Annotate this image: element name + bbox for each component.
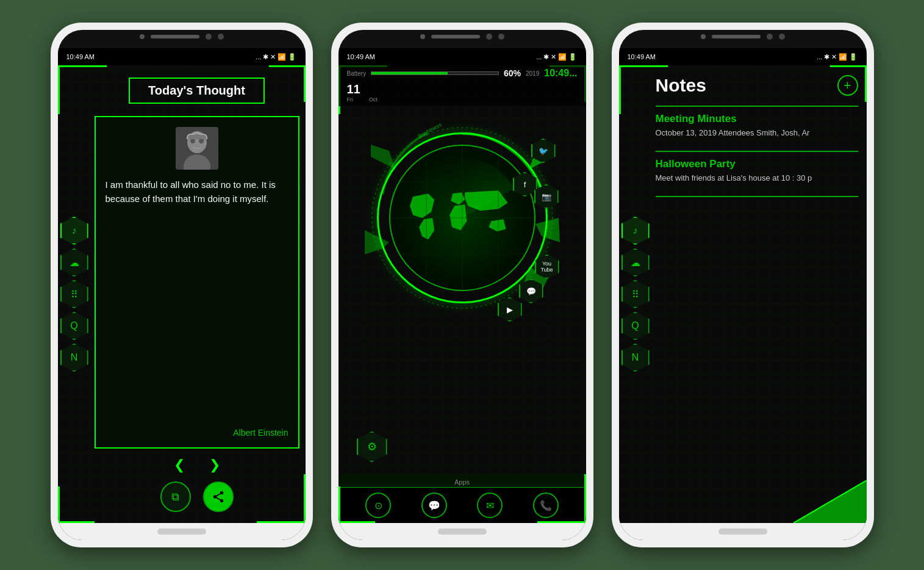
camera-2	[206, 34, 212, 40]
corner-tl-1	[58, 65, 107, 114]
speaker-strip-2	[431, 35, 480, 38]
deco-svg	[793, 480, 867, 523]
corner-bl-1	[58, 486, 95, 523]
weather-icon-3[interactable]: ☁	[621, 248, 650, 276]
battery-label: Battery	[347, 70, 367, 77]
einstein-photo	[176, 127, 218, 170]
messages-nav-icon[interactable]: 💬	[421, 492, 447, 518]
status-bar-1: 10:49 AM ... ✱ ✕ 📶 🔋	[58, 48, 306, 65]
camera-2c	[767, 34, 773, 40]
music-icon-3[interactable]: ♪	[621, 217, 650, 245]
status-time-1: 10:49 AM	[66, 53, 95, 60]
next-arrow[interactable]: ❯	[209, 457, 220, 473]
speaker-strip-3	[712, 35, 761, 38]
status-icons-2: ... ✱ ✕ 📶 🔋	[536, 53, 577, 61]
thought-card: I am thankful to all who said no to me. …	[95, 116, 299, 449]
share-icon	[212, 490, 225, 503]
speaker-strip	[151, 35, 199, 38]
q-icon-1[interactable]: Q	[60, 312, 88, 340]
q-icon-3[interactable]: Q	[621, 312, 650, 340]
status-icons-3: ... ✱ ✕ 📶 🔋	[817, 53, 858, 61]
svg-point-7	[220, 499, 223, 503]
camera-3c	[779, 34, 785, 40]
p3-main-content: Notes + Meeting Minutes October 13, 2019…	[619, 65, 867, 523]
email-nav-icon[interactable]: ✉	[477, 492, 503, 518]
copy-button[interactable]: ⧉	[160, 482, 191, 512]
music-icon-1[interactable]: ♪	[60, 217, 88, 245]
day-name: Fri	[347, 96, 360, 103]
side-icons-3: ♪ ☁ ⠿ Q N	[621, 217, 650, 372]
battery-bar-inner	[371, 72, 448, 74]
corner-tr-3	[830, 65, 867, 102]
camera-2b	[486, 34, 492, 40]
status-bar-3: 10:49 AM ... ✱ ✕ 📶 🔋	[619, 48, 867, 65]
corner-br-1	[257, 474, 306, 523]
status-icons-1: ... ✱ ✕ 📶 🔋	[256, 53, 296, 61]
p1-main-content: Today's Thought	[58, 65, 306, 523]
camera-3b	[498, 34, 504, 40]
phone-3: 10:49 AM ... ✱ ✕ 📶 🔋 ♪ ☁ ⠿ Q	[612, 23, 874, 547]
einstein-svg	[176, 127, 218, 170]
prev-arrow[interactable]: ❮	[174, 457, 185, 473]
settings-icon: ⚙	[367, 440, 377, 453]
separator-1	[656, 106, 858, 107]
thought-title: Today's Thought	[148, 84, 245, 98]
notes-header: Notes +	[656, 75, 858, 96]
thought-quote: I am thankful to all who said no to me. …	[106, 178, 288, 206]
battery-percent: 60%	[504, 68, 521, 78]
separator-2	[656, 151, 858, 152]
screen-2: Battery 60% 2019 10:49... 11 Fri Oct	[338, 65, 586, 523]
camera-dot	[140, 34, 145, 39]
share-button[interactable]	[203, 482, 234, 512]
svg-line-9	[216, 494, 220, 496]
svg-point-5	[220, 491, 223, 495]
weather-icon-1[interactable]: ☁	[60, 248, 88, 276]
camera-3	[218, 34, 224, 40]
n-icon-1[interactable]: N	[60, 344, 88, 372]
separator-3	[656, 196, 858, 197]
month-label: Oct	[369, 96, 378, 103]
svg-line-8	[216, 497, 220, 500]
n-icon-3[interactable]: N	[621, 344, 650, 372]
bottom-action-icons: ⧉	[160, 482, 234, 512]
side-icons-1: ♪ ☁ ⠿ Q N	[60, 217, 88, 372]
day-block: 11 Fri	[347, 82, 360, 103]
screen-3: ♪ ☁ ⠿ Q N Notes + Meeting Minutes Octobe…	[619, 65, 867, 523]
camera-dot-2	[420, 34, 425, 39]
note-item-1[interactable]: Meeting Minutes October 13, 2019 Attende…	[656, 113, 858, 139]
note-1-body: October 13, 2019 Attendees Smith, Josh, …	[656, 128, 858, 139]
note-2-body: Meet with friends at Lisa's house at 10 …	[656, 173, 858, 184]
svg-point-4	[199, 139, 204, 143]
status-bar-2: 10:49 AM ... ✱ ✕ 📶 🔋	[338, 48, 586, 65]
camera-dot-3	[701, 34, 706, 39]
screen-1: ♪ ☁ ⠿ Q N Today's Thought	[58, 65, 306, 523]
phone-1: 10:49 AM ... ✱ ✕ 📶 🔋 ♪ ☁ ⠿ Q N Today's T…	[51, 23, 313, 547]
svg-point-3	[190, 139, 195, 143]
apps-icon-3[interactable]: ⠿	[621, 280, 650, 308]
corner-tl-3	[619, 65, 668, 114]
month-block: Oct	[369, 82, 378, 103]
svg-point-6	[213, 495, 217, 499]
globe-grid	[390, 146, 534, 290]
apps-icon-1[interactable]: ⠿	[60, 280, 88, 308]
note-2-title: Halloween Party	[656, 158, 858, 170]
globe-container: Brightness	[377, 132, 548, 303]
year-label: 2019	[526, 70, 539, 77]
corner-br-2	[537, 474, 586, 523]
day-number: 11	[347, 82, 360, 96]
thought-nav: ❮ ❯	[174, 457, 220, 473]
note-item-2[interactable]: Halloween Party Meet with friends at Lis…	[656, 158, 858, 184]
phone-2: 10:49 AM ... ✱ ✕ 📶 🔋 Battery 60% 2019	[331, 23, 593, 547]
corner-bl-2	[338, 486, 375, 523]
note-1-title: Meeting Minutes	[656, 113, 858, 125]
thought-title-box: Today's Thought	[129, 78, 265, 104]
status-time-2: 10:49 AM	[347, 53, 375, 60]
corner-tr-1	[269, 65, 306, 102]
time-display: 10:49...	[544, 68, 577, 79]
status-time-3: 10:49 AM	[628, 53, 656, 60]
battery-bar-outer	[371, 71, 499, 75]
thought-author: Albert Einstein	[233, 428, 288, 438]
globe-inner	[389, 145, 535, 291]
green-corner-deco	[793, 480, 867, 523]
apps-label: Apps	[454, 478, 470, 486]
